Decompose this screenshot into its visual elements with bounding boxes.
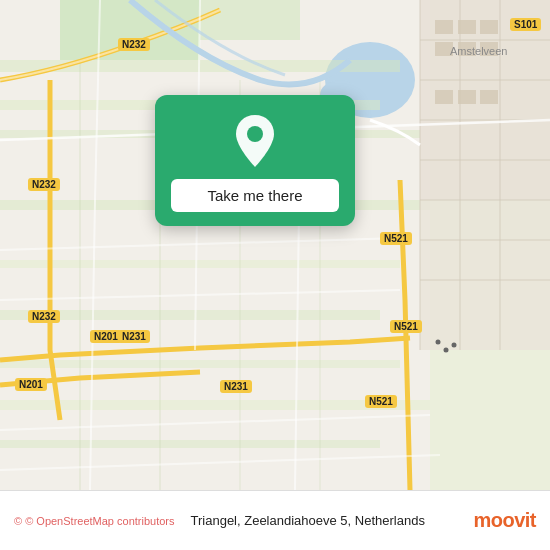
moovit-logo: moovit <box>473 509 536 532</box>
svg-rect-16 <box>0 440 380 448</box>
road-label-n231_right: N231 <box>220 380 252 393</box>
moovit-logo-text: moovit <box>473 509 536 532</box>
bottom-bar: © © OpenStreetMap contributors Triangel,… <box>0 490 550 550</box>
attribution-symbol: © <box>14 515 22 527</box>
take-me-there-button[interactable]: Take me there <box>171 179 339 212</box>
svg-point-45 <box>452 343 457 348</box>
road-label-n521_top: N521 <box>380 232 412 245</box>
svg-rect-41 <box>480 90 498 104</box>
map-svg: Amstelveen <box>0 0 550 490</box>
location-pin-icon <box>232 113 278 169</box>
svg-rect-39 <box>435 90 453 104</box>
svg-rect-4 <box>200 0 300 40</box>
svg-rect-14 <box>0 360 400 368</box>
svg-text:Amstelveen: Amstelveen <box>450 45 507 57</box>
svg-rect-34 <box>458 20 476 34</box>
map-container: Amstelveen N232N232N232N231N231N521N521N… <box>0 0 550 490</box>
road-label-n232_mid: N232 <box>28 178 60 191</box>
road-label-n232_top: N232 <box>118 38 150 51</box>
popup-card[interactable]: Take me there <box>155 95 355 226</box>
svg-rect-35 <box>480 20 498 34</box>
attribution: © © OpenStreetMap contributors <box>14 515 175 527</box>
road-label-n521_bottom: N521 <box>365 395 397 408</box>
svg-rect-3 <box>60 0 200 60</box>
road-label-n232_bottom: N232 <box>28 310 60 323</box>
svg-point-43 <box>436 340 441 345</box>
road-label-s101: S101 <box>510 18 541 31</box>
road-label-n201_mid: N201 <box>90 330 122 343</box>
road-label-n201_left: N201 <box>15 378 47 391</box>
svg-point-44 <box>444 348 449 353</box>
road-label-n231_left: N231 <box>118 330 150 343</box>
svg-rect-12 <box>0 260 400 268</box>
attribution-text: © OpenStreetMap contributors <box>25 515 174 527</box>
svg-rect-40 <box>458 90 476 104</box>
location-text: Triangel, Zeelandiahoeve 5, Netherlands <box>191 513 474 528</box>
svg-rect-22 <box>420 200 550 350</box>
svg-rect-33 <box>435 20 453 34</box>
road-label-n521_mid: N521 <box>390 320 422 333</box>
svg-point-46 <box>247 126 263 142</box>
